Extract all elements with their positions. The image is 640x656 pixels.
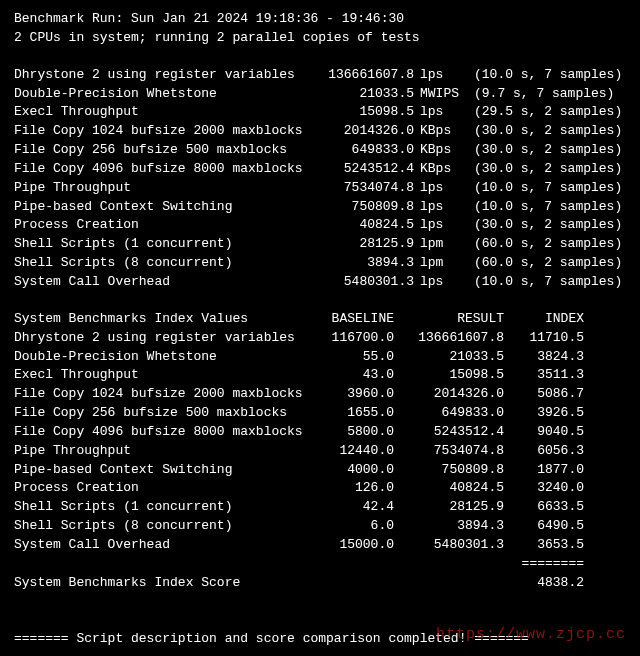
index-index: 1877.0 <box>504 461 584 480</box>
index-baseline: 126.0 <box>314 479 394 498</box>
benchmark-run-line: Benchmark Run: Sun Jan 21 2024 19:18:36 … <box>14 10 626 29</box>
result-name: Process Creation <box>14 216 314 235</box>
score-label: System Benchmarks Index Score <box>14 574 504 593</box>
result-value: 7534074.8 <box>314 179 414 198</box>
result-name: Double-Precision Whetstone <box>14 85 314 104</box>
result-name: File Copy 1024 bufsize 2000 maxblocks <box>14 122 314 141</box>
divider-row: ======== <box>14 555 626 574</box>
result-value: 5243512.4 <box>314 160 414 179</box>
index-row: File Copy 256 bufsize 500 maxblocks1655.… <box>14 404 626 423</box>
index-name: File Copy 1024 bufsize 2000 maxblocks <box>14 385 314 404</box>
result-row: Pipe-based Context Switching750809.8lps(… <box>14 198 626 217</box>
index-result: 28125.9 <box>394 498 504 517</box>
index-index: 11710.5 <box>504 329 584 348</box>
result-timing: (60.0 s, 2 samples) <box>462 254 622 273</box>
result-row: File Copy 4096 bufsize 8000 maxblocks524… <box>14 160 626 179</box>
result-unit: lpm <box>414 235 462 254</box>
result-unit: MWIPS <box>414 85 462 104</box>
index-index: 3511.3 <box>504 366 584 385</box>
index-baseline: 55.0 <box>314 348 394 367</box>
result-value: 136661607.8 <box>314 66 414 85</box>
index-baseline: 3960.0 <box>314 385 394 404</box>
result-name: Pipe-based Context Switching <box>14 198 314 217</box>
index-name: Pipe Throughput <box>14 442 314 461</box>
result-row: File Copy 1024 bufsize 2000 maxblocks201… <box>14 122 626 141</box>
result-timing: (29.5 s, 2 samples) <box>462 103 622 122</box>
cpu-info-line: 2 CPUs in system; running 2 parallel cop… <box>14 29 626 48</box>
result-name: Shell Scripts (1 concurrent) <box>14 235 314 254</box>
index-baseline: 5800.0 <box>314 423 394 442</box>
result-row: Execl Throughput15098.5lps(29.5 s, 2 sam… <box>14 103 626 122</box>
index-index: 6056.3 <box>504 442 584 461</box>
col-index: INDEX <box>504 310 584 329</box>
index-result: 649833.0 <box>394 404 504 423</box>
index-row: Double-Precision Whetstone55.021033.5382… <box>14 348 626 367</box>
index-result: 750809.8 <box>394 461 504 480</box>
index-name: Dhrystone 2 using register variables <box>14 329 314 348</box>
index-result: 136661607.8 <box>394 329 504 348</box>
index-header-row: System Benchmarks Index Values BASELINE … <box>14 310 626 329</box>
col-result: RESULT <box>394 310 504 329</box>
result-row: Process Creation40824.5lps(30.0 s, 2 sam… <box>14 216 626 235</box>
index-name: Process Creation <box>14 479 314 498</box>
result-name: Execl Throughput <box>14 103 314 122</box>
result-unit: lps <box>414 216 462 235</box>
index-baseline: 12440.0 <box>314 442 394 461</box>
result-value: 21033.5 <box>314 85 414 104</box>
result-timing: (10.0 s, 7 samples) <box>462 198 622 217</box>
result-value: 28125.9 <box>314 235 414 254</box>
col-baseline: BASELINE <box>314 310 394 329</box>
result-unit: lps <box>414 66 462 85</box>
results-table: Dhrystone 2 using register variables1366… <box>14 66 626 292</box>
index-row: System Call Overhead15000.05480301.33653… <box>14 536 626 555</box>
index-row: Shell Scripts (8 concurrent)6.03894.3649… <box>14 517 626 536</box>
index-index: 9040.5 <box>504 423 584 442</box>
index-name: Double-Precision Whetstone <box>14 348 314 367</box>
index-baseline: 42.4 <box>314 498 394 517</box>
result-timing: (30.0 s, 2 samples) <box>462 122 622 141</box>
index-baseline: 1655.0 <box>314 404 394 423</box>
index-baseline: 116700.0 <box>314 329 394 348</box>
result-timing: (9.7 s, 7 samples) <box>462 85 614 104</box>
score-value: 4838.2 <box>504 574 584 593</box>
index-baseline: 15000.0 <box>314 536 394 555</box>
index-row: Process Creation126.040824.53240.0 <box>14 479 626 498</box>
result-timing: (30.0 s, 2 samples) <box>462 216 622 235</box>
index-name: System Call Overhead <box>14 536 314 555</box>
index-index: 5086.7 <box>504 385 584 404</box>
result-timing: (10.0 s, 7 samples) <box>462 179 622 198</box>
result-unit: lpm <box>414 254 462 273</box>
index-index: 3653.5 <box>504 536 584 555</box>
index-name: Shell Scripts (1 concurrent) <box>14 498 314 517</box>
index-name: File Copy 256 bufsize 500 maxblocks <box>14 404 314 423</box>
result-row: Pipe Throughput7534074.8lps(10.0 s, 7 sa… <box>14 179 626 198</box>
index-result: 7534074.8 <box>394 442 504 461</box>
result-value: 2014326.0 <box>314 122 414 141</box>
index-result: 5480301.3 <box>394 536 504 555</box>
result-name: Shell Scripts (8 concurrent) <box>14 254 314 273</box>
index-baseline: 43.0 <box>314 366 394 385</box>
result-row: File Copy 256 bufsize 500 maxblocks64983… <box>14 141 626 160</box>
index-result: 3894.3 <box>394 517 504 536</box>
index-baseline: 4000.0 <box>314 461 394 480</box>
result-unit: KBps <box>414 141 462 160</box>
result-value: 5480301.3 <box>314 273 414 292</box>
index-row: Dhrystone 2 using register variables1167… <box>14 329 626 348</box>
index-result: 2014326.0 <box>394 385 504 404</box>
result-unit: lps <box>414 103 462 122</box>
index-name: Execl Throughput <box>14 366 314 385</box>
result-unit: KBps <box>414 160 462 179</box>
index-title: System Benchmarks Index Values <box>14 310 314 329</box>
index-name: File Copy 4096 bufsize 8000 maxblocks <box>14 423 314 442</box>
result-value: 3894.3 <box>314 254 414 273</box>
result-timing: (10.0 s, 7 samples) <box>462 273 622 292</box>
index-index: 3926.5 <box>504 404 584 423</box>
result-row: Shell Scripts (1 concurrent)28125.9lpm(6… <box>14 235 626 254</box>
result-value: 40824.5 <box>314 216 414 235</box>
result-value: 649833.0 <box>314 141 414 160</box>
index-table: Dhrystone 2 using register variables1167… <box>14 329 626 555</box>
result-unit: lps <box>414 273 462 292</box>
index-row: Execl Throughput43.015098.53511.3 <box>14 366 626 385</box>
index-row: Shell Scripts (1 concurrent)42.428125.96… <box>14 498 626 517</box>
index-result: 15098.5 <box>394 366 504 385</box>
